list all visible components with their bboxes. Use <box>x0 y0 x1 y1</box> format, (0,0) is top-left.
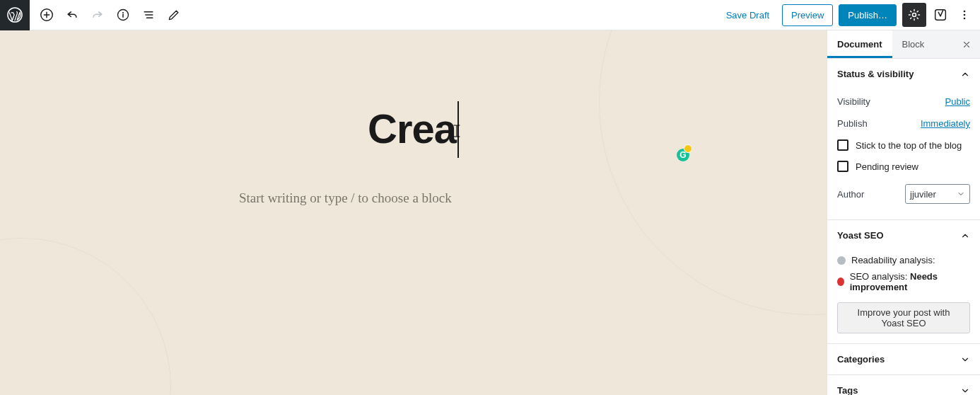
publish-button[interactable]: Publish… <box>839 4 897 26</box>
redo-icon <box>91 8 105 22</box>
yoast-pin-button[interactable] <box>932 6 949 23</box>
top-toolbar: Save Draft Preview Publish… <box>0 0 980 30</box>
yoast-improve-button[interactable]: Improve your post with Yoast SEO <box>837 302 970 333</box>
sticky-checkbox[interactable] <box>837 139 848 151</box>
preview-button[interactable]: Preview <box>782 4 833 26</box>
publish-label: Publish <box>837 118 868 129</box>
settings-button[interactable] <box>902 3 926 27</box>
add-block-button[interactable] <box>37 5 57 25</box>
edit-button[interactable] <box>164 5 184 25</box>
svg-point-8 <box>964 18 966 20</box>
yoast-icon <box>933 7 948 23</box>
panel-yoast-seo-toggle[interactable]: Yoast SEO <box>827 220 980 251</box>
sidebar-tabs: Document Block <box>827 30 980 59</box>
toolbar-right: Save Draft Preview Publish… <box>713 3 980 27</box>
toolbar-left <box>30 5 191 25</box>
author-label: Author <box>837 189 864 200</box>
visibility-label: Visibility <box>837 96 870 107</box>
panel-tags-toggle[interactable]: Tags <box>827 375 980 395</box>
tab-document[interactable]: Document <box>827 30 892 58</box>
svg-point-3 <box>122 12 124 13</box>
panel-tags: Tags <box>827 375 980 395</box>
publish-value-link[interactable]: Immediately <box>921 118 970 129</box>
grammarly-widget[interactable]: G <box>677 146 692 161</box>
text-caret <box>457 101 459 158</box>
grammarly-alert-dot <box>684 144 692 153</box>
undo-icon <box>65 8 79 22</box>
panel-status-visibility-toggle[interactable]: Status & visibility <box>827 59 980 89</box>
close-icon <box>962 40 972 50</box>
content-placeholder[interactable]: Start writing or type / to choose a bloc… <box>239 190 452 206</box>
info-icon <box>116 8 130 22</box>
svg-point-7 <box>964 14 966 16</box>
seo-status-dot <box>837 277 844 286</box>
author-select[interactable]: jjuviler <box>905 184 970 204</box>
redo-button <box>88 5 107 25</box>
post-title-input[interactable]: Crea <box>368 104 459 161</box>
chevron-down-icon <box>957 190 965 198</box>
plus-circle-icon <box>39 7 54 23</box>
panel-status-visibility: Status & visibility Visibility Public Pu… <box>827 59 980 220</box>
sidebar-close-button[interactable] <box>953 40 980 50</box>
settings-sidebar: Document Block Status & visibility Visib… <box>827 30 980 395</box>
panel-categories-toggle[interactable]: Categories <box>827 344 980 374</box>
chevron-down-icon <box>960 355 970 365</box>
svg-point-4 <box>913 13 916 17</box>
panel-yoast-seo: Yoast SEO Readability analysis: SEO anal… <box>827 220 980 344</box>
editor-canvas[interactable]: Crea Start writing or type / to choose a… <box>0 30 827 395</box>
seo-label: SEO analysis: Needs improvement <box>850 271 970 292</box>
panel-categories: Categories <box>827 344 980 375</box>
readability-status-dot <box>837 256 846 265</box>
wordpress-logo[interactable] <box>0 0 30 30</box>
chevron-down-icon <box>960 386 970 396</box>
svg-rect-5 <box>935 10 946 21</box>
tab-block[interactable]: Block <box>892 30 935 58</box>
sticky-label: Stick to the top of the blog <box>856 140 962 151</box>
pending-review-label: Pending review <box>856 161 918 172</box>
pencil-icon <box>167 8 181 22</box>
post-title-wrap: Crea <box>0 104 827 161</box>
wordpress-icon <box>7 7 23 23</box>
chevron-up-icon <box>960 231 970 241</box>
readability-label: Readability analysis: <box>851 255 935 265</box>
content-info-button[interactable] <box>113 5 133 25</box>
chevron-up-icon <box>960 69 970 79</box>
more-options-button[interactable] <box>955 5 974 25</box>
save-draft-button[interactable]: Save Draft <box>719 6 776 25</box>
undo-button[interactable] <box>62 5 82 25</box>
gear-icon <box>907 8 921 22</box>
svg-point-6 <box>964 11 966 13</box>
more-vertical-icon <box>957 8 972 22</box>
outline-icon <box>141 8 156 22</box>
pending-review-checkbox[interactable] <box>837 161 848 172</box>
block-navigation-button[interactable] <box>139 5 158 25</box>
visibility-value-link[interactable]: Public <box>945 96 970 107</box>
